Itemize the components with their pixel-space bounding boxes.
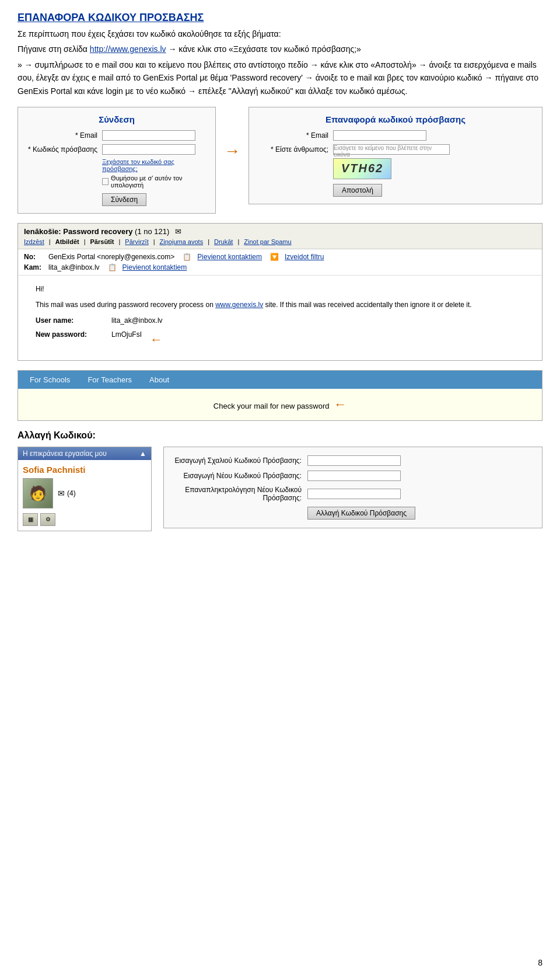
action-atbildet[interactable]: Atbildēt (55, 238, 79, 245)
old-pw-label: Εισαγωγή Σχαλιού Κωδικού Πρόσβασης: (173, 457, 307, 465)
intro-p2-text2: → κάνε κλικ στο «Ξεχάσατε τον κωδικό πρό… (166, 44, 361, 54)
send-button[interactable]: Αποστολή (333, 184, 382, 197)
recovery-email-input[interactable] (333, 130, 426, 141)
captcha-input[interactable]: Εισάγετε το κείμενο που βλέπετε στην εικ… (333, 144, 450, 155)
login-title: Σύνδεση (26, 114, 207, 124)
widget-body: Sofia Pachnisti 🧑 ✉ (4) ▦ ⚙ (18, 460, 151, 531)
newpassword-value: LmOjuFsI (111, 329, 142, 350)
email-count: (1 no 121) (135, 227, 169, 236)
email-body: Hi! This mail was used during password r… (18, 276, 542, 360)
old-pw-input[interactable] (307, 455, 401, 466)
email-subject-line: Ienākošie: Password recovery (1 no 121) … (24, 227, 536, 236)
login-button[interactable]: Σύνδεση (102, 193, 146, 206)
body-text1: This mail was used during password recov… (36, 301, 215, 309)
change-password-form: Εισαγωγή Σχαλιού Κωδικού Πρόσβασης: Εισα… (163, 447, 542, 528)
allagi-row: Η επικράνεια εργασίας μου ▲ Sofia Pachni… (18, 447, 542, 531)
username-label: User name: (36, 315, 106, 326)
funnel-icon: 🔽 (270, 253, 279, 261)
newpassword-row: New password: LmOjuFsI ← (36, 329, 524, 350)
intro-paragraph3: » → συμπλήρωσε το e mail σου και το κείμ… (18, 58, 542, 97)
email-subject-prefix: Ienākošie: (24, 227, 61, 236)
pievienot-kontaktiem-from[interactable]: Pievienot kontaktiem (197, 253, 262, 261)
captcha-image-row: VTH62 (257, 158, 534, 179)
email-body-text: This mail was used during password recov… (36, 299, 524, 311)
genexis-link[interactable]: http://www.genexis.lv (90, 44, 166, 54)
email-credentials: User name: lita_ak@inbox.lv New password… (36, 315, 524, 349)
remember-checkbox[interactable] (102, 178, 108, 185)
widget-btn-1[interactable]: ▦ (23, 513, 38, 526)
to-icon: 📋 (108, 263, 117, 271)
email-panel: Ienākošie: Password recovery (1 no 121) … (18, 223, 542, 361)
email-field-row: * Email (26, 130, 207, 141)
widget-btn-2[interactable]: ⚙ (40, 513, 55, 526)
widget-info: ✉ (4) (58, 489, 76, 498)
recovery-email-row: * Email (257, 130, 534, 141)
to-value: lita_ak@inbox.lv (48, 263, 100, 271)
captcha-row: * Είστε άνθρωπος; Εισάγετε το κείμενο πο… (257, 144, 534, 155)
password-label: * Κωδικός πρόσβασης (26, 145, 102, 154)
widget-collapse-icon[interactable]: ▲ (139, 450, 146, 458)
email-actions-bar: Izdzēst | Atbildēt | Pārsūtīt | Pārvirzī… (24, 238, 536, 245)
page-header: ΕΠΑΝΑΦΟΡΑ ΚΩΔΙΚΟΥ ΠΡΟΣΒΑΣΗΣ Σε περίπτωση… (18, 12, 542, 97)
email-to-row: Kam: lita_ak@inbox.lv 📋 Pievienot kontak… (24, 262, 536, 273)
arrow-pointing-left: ← (150, 329, 163, 350)
action-izdzest[interactable]: Izdzēst (24, 238, 44, 245)
portal-navbar: For Schools For Teachers About (18, 371, 542, 389)
password-input[interactable] (102, 144, 195, 155)
confirm-pw-label: Επαναπληκτρολόγηση Νέου Κωδικού Πρόσβαση… (173, 486, 307, 502)
widget-header-text: Η επικράνεια εργασίας μου (23, 450, 107, 458)
captcha-text: VTH62 (341, 162, 383, 175)
new-pw-input[interactable] (307, 471, 401, 481)
old-pw-row: Εισαγωγή Σχαλιού Κωδικού Πρόσβασης: (173, 455, 533, 466)
email-greeting: Hi! (36, 284, 524, 295)
izveidot-filtru[interactable]: Izveidot filtru (285, 253, 324, 261)
new-pw-row: Εισαγωγή Νέου Κωδικού Πρόσβασης: (173, 471, 533, 481)
nav-for-teachers[interactable]: For Teachers (88, 375, 132, 384)
action-parvirzit[interactable]: Pārvirzīt (125, 238, 148, 245)
avatar-icon: 🧑 (29, 485, 47, 501)
username-value: lita_ak@inbox.lv (111, 315, 163, 326)
action-zinot[interactable]: Zinot par Spamu (244, 238, 291, 245)
username-row: User name: lita_ak@inbox.lv (36, 315, 524, 326)
action-drukāt[interactable]: Drukāt (214, 238, 233, 245)
widget-user-name: Sofia Pachnisti (23, 465, 146, 475)
confirm-pw-input[interactable] (307, 489, 401, 499)
arrow-to-recovery: → (222, 142, 243, 161)
email-label: * Email (26, 131, 102, 140)
recovery-panel: Επαναφορά κωδικού πρόσβασης * Email * Εί… (249, 107, 542, 204)
action-zinojuma[interactable]: Ziņojuma avots (160, 238, 204, 245)
nav-for-schools[interactable]: For Schools (30, 375, 70, 384)
login-panel: Σύνδεση * Email * Κωδικός πρόσβασης Ξεχά… (18, 107, 216, 214)
widget-user-row: 🧑 ✉ (4) (23, 478, 146, 508)
email-meta: No: GenExis Portal <noreply@genexis.com>… (18, 249, 542, 276)
desktop-widget: Η επικράνεια εργασίας μου ▲ Sofia Pachni… (18, 447, 152, 531)
email-from-row: No: GenExis Portal <noreply@genexis.com>… (24, 252, 536, 262)
recovery-title: Επαναφορά κωδικού πρόσβασης (257, 114, 534, 124)
action-parsutit[interactable]: Pārsūtīt (90, 238, 114, 245)
captcha-label: * Είστε άνθρωπος; (257, 145, 333, 154)
new-pw-label: Εισαγωγή Νέου Κωδικού Πρόσβασης: (173, 472, 307, 480)
arrow-portal: ← (334, 397, 346, 412)
intro-p2-text: Πήγαινε στη σελίδα (18, 44, 90, 54)
forgot-password-link[interactable]: Ξεχάσατε τον κωδικό σας πρόσβασης; (102, 158, 207, 172)
user-avatar: 🧑 (23, 478, 53, 508)
intro-paragraph2: Πήγαινε στη σελίδα http://www.genexis.lv… (18, 43, 542, 55)
captcha-image: VTH62 (333, 158, 391, 179)
change-pw-button[interactable]: Αλλαγή Κωδικού Πρόσβασης (307, 507, 415, 520)
mail-count: (4) (67, 489, 76, 497)
confirm-pw-row: Επαναπληκτρολόγηση Νέου Κωδικού Πρόσβαση… (173, 486, 533, 502)
email-input[interactable] (102, 130, 195, 141)
mail-badge: ✉ (4) (58, 489, 76, 498)
from-icon: 📋 (183, 253, 191, 261)
remember-label: Θυμήσου με σ' αυτόν τον υπολογιστή (111, 175, 207, 189)
nav-about[interactable]: About (149, 375, 169, 384)
pievienot-kontaktiem-to[interactable]: Pievienot kontaktiem (123, 263, 187, 271)
to-label: Kam: (24, 263, 45, 271)
remember-me-row: Θυμήσου με σ' αυτόν τον υπολογιστή (102, 175, 207, 189)
email-header: Ienākošie: Password recovery (1 no 121) … (18, 224, 542, 249)
portal-panel: For Schools For Teachers About Check you… (18, 370, 542, 421)
widget-buttons: ▦ ⚙ (23, 513, 146, 526)
password-field-row: * Κωδικός πρόσβασης (26, 144, 207, 155)
email-subject-text: Password recovery (63, 227, 132, 236)
genexis-body-link[interactable]: www.genexis.lv (215, 301, 263, 309)
